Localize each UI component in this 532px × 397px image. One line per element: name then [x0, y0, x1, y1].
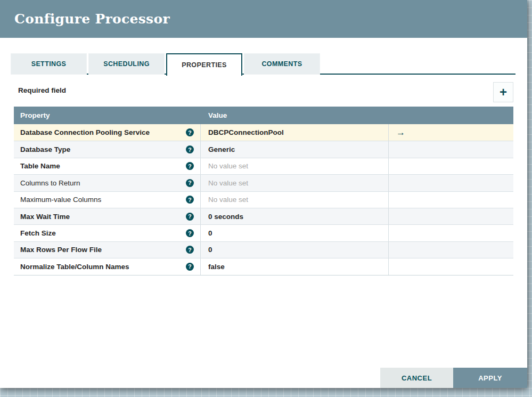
action-cell: →	[389, 158, 513, 174]
required-field-label: Required field	[18, 86, 66, 94]
table-row[interactable]: Normalize Table/Column Names ? false →	[14, 258, 513, 274]
help-icon[interactable]: ?	[186, 229, 194, 237]
tab-label: PROPERTIES	[182, 61, 227, 69]
table-row[interactable]: Database Connection Pooling Service ? DB…	[14, 124, 513, 141]
configure-processor-dialog: Configure Processor SETTINGS SCHEDULING …	[0, 0, 527, 388]
property-value: 0	[208, 229, 212, 237]
property-cell: Max Rows Per Flow File ?	[14, 242, 201, 258]
help-icon[interactable]: ?	[186, 263, 194, 271]
help-icon[interactable]: ?	[186, 128, 194, 136]
plus-icon: +	[500, 86, 507, 99]
property-name: Fetch Size	[20, 229, 56, 237]
property-value: Generic	[208, 145, 235, 153]
value-cell[interactable]: Generic	[201, 141, 389, 157]
action-cell: →	[389, 258, 513, 274]
property-name: Max Rows Per Flow File	[20, 246, 102, 254]
property-name: Table Name	[20, 162, 60, 170]
action-cell: →	[389, 225, 513, 241]
value-cell[interactable]: false	[201, 258, 389, 274]
property-name: Database Connection Pooling Service	[20, 128, 150, 136]
property-name: Max Wait Time	[20, 213, 70, 221]
property-cell: Normalize Table/Column Names ?	[14, 258, 201, 274]
value-cell[interactable]: 0 seconds	[201, 208, 389, 224]
value-cell[interactable]: No value set	[201, 158, 389, 174]
action-cell: →	[389, 242, 513, 258]
help-icon[interactable]: ?	[186, 145, 194, 153]
dialog-footer: CANCEL APPLY	[380, 368, 527, 388]
property-value: No value set	[208, 179, 248, 187]
column-header-property: Property	[14, 111, 201, 119]
tab-settings[interactable]: SETTINGS	[11, 53, 87, 75]
property-name: Maximum-value Columns	[20, 196, 101, 204]
dialog-title: Configure Processor	[14, 11, 170, 27]
value-cell[interactable]: No value set	[201, 192, 389, 208]
tab-label: SETTINGS	[31, 60, 67, 68]
table-header-row: Property Value	[14, 107, 513, 124]
property-cell: Columns to Return ?	[14, 175, 201, 191]
property-value: No value set	[208, 196, 248, 204]
help-icon[interactable]: ?	[186, 213, 194, 221]
table-row[interactable]: Max Wait Time ? 0 seconds →	[14, 208, 513, 224]
table-row[interactable]: Max Rows Per Flow File ? 0 →	[14, 241, 513, 258]
property-value: 0 seconds	[208, 213, 243, 221]
action-cell: →	[389, 175, 513, 191]
property-cell: Fetch Size ?	[14, 225, 201, 241]
help-icon[interactable]: ?	[186, 196, 194, 204]
dialog-header: Configure Processor	[0, 0, 527, 38]
table-row[interactable]: Fetch Size ? 0 →	[14, 224, 513, 241]
help-icon[interactable]: ?	[186, 162, 194, 170]
action-cell: →	[389, 124, 513, 141]
property-value: No value set	[208, 162, 248, 170]
table-row[interactable]: Maximum-value Columns ? No value set →	[14, 191, 513, 208]
tab-scheduling[interactable]: SCHEDULING	[88, 53, 165, 75]
value-cell[interactable]: 0	[201, 225, 389, 241]
property-cell: Maximum-value Columns ?	[14, 192, 201, 208]
action-cell: →	[389, 192, 513, 208]
add-property-button[interactable]: +	[493, 82, 513, 102]
help-icon[interactable]: ?	[186, 179, 194, 187]
table-body: Database Connection Pooling Service ? DB…	[14, 124, 513, 275]
property-cell: Database Connection Pooling Service ?	[14, 124, 201, 141]
property-cell: Database Type ?	[14, 141, 201, 157]
cancel-button[interactable]: CANCEL	[380, 368, 453, 388]
tab-properties[interactable]: PROPERTIES	[166, 53, 242, 76]
property-cell: Max Wait Time ?	[14, 208, 201, 224]
tab-label: SCHEDULING	[103, 60, 150, 68]
property-cell: Table Name ?	[14, 158, 201, 174]
value-cell[interactable]: DBCPConnectionPool	[201, 124, 389, 141]
property-name: Columns to Return	[20, 179, 80, 187]
property-value: 0	[208, 246, 212, 254]
column-header-value: Value	[201, 111, 389, 119]
apply-button[interactable]: APPLY	[453, 368, 527, 388]
property-value: DBCPConnectionPool	[208, 128, 284, 136]
table-row[interactable]: Table Name ? No value set →	[14, 158, 513, 174]
tab-comments[interactable]: COMMENTS	[244, 53, 320, 75]
tab-bar: SETTINGS SCHEDULING PROPERTIES COMMENTS	[11, 53, 515, 75]
action-cell: →	[389, 208, 513, 224]
table-row[interactable]: Database Type ? Generic →	[14, 141, 513, 157]
value-cell[interactable]: 0	[201, 242, 389, 258]
table-row[interactable]: Columns to Return ? No value set →	[14, 174, 513, 191]
go-to-service-arrow-icon[interactable]: →	[396, 127, 405, 138]
property-name: Normalize Table/Column Names	[20, 263, 129, 271]
properties-table: Property Value Database Connection Pooli…	[14, 107, 513, 276]
help-icon[interactable]: ?	[186, 246, 194, 254]
property-name: Database Type	[20, 145, 70, 153]
property-value: false	[208, 263, 225, 271]
value-cell[interactable]: No value set	[201, 175, 389, 191]
action-cell: →	[389, 141, 513, 157]
tab-label: COMMENTS	[261, 60, 302, 68]
